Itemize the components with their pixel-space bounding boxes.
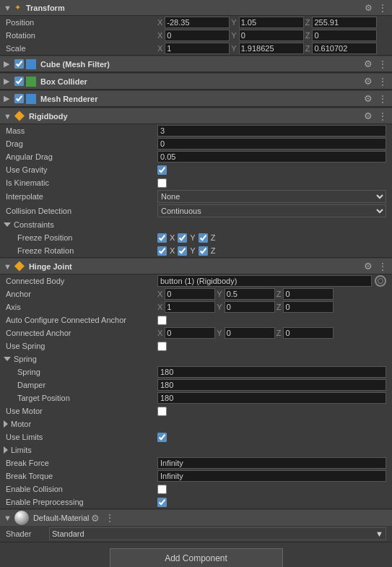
anchor-y-input[interactable] (225, 288, 275, 300)
drag-input[interactable] (157, 138, 386, 150)
hinge-joint-settings-icon[interactable]: ⚙ (362, 261, 374, 272)
rotation-y-input[interactable] (239, 30, 304, 41)
mesh-renderer-menu-icon[interactable]: ⋮ (377, 93, 388, 105)
use-motor-checkbox[interactable] (157, 407, 167, 416)
freeze-pos-y[interactable] (178, 233, 187, 243)
hinge-joint-menu-icon[interactable]: ⋮ (377, 261, 388, 272)
scale-y-label: Y (231, 44, 236, 53)
rotation-x-input[interactable] (165, 30, 230, 41)
is-kinematic-checkbox[interactable] (157, 178, 167, 188)
use-limits-checkbox[interactable] (157, 433, 167, 442)
interpolate-select[interactable]: None Interpolate Extrapolate (157, 190, 386, 203)
transform-menu-icon[interactable]: ⋮ (377, 2, 388, 14)
rotation-label: Rotation (6, 31, 157, 40)
transform-component: ▼ ✦ Transform ⚙ ⋮ Position X Y Z Rotatio… (0, 0, 392, 56)
transform-title: Transform (26, 4, 362, 12)
break-torque-input[interactable] (157, 470, 386, 482)
rigidbody-component: ▼ Rigidbody ⚙ ⋮ Mass Drag Angular Drag (0, 108, 392, 258)
axis-z-input[interactable] (283, 301, 334, 313)
break-torque-row: Break Torque (0, 469, 392, 482)
freeze-pos-x[interactable] (157, 233, 167, 243)
scale-y-input[interactable] (239, 43, 304, 54)
enable-preprocessing-row: Enable Preprocessing (0, 495, 392, 508)
mesh-renderer-triangle[interactable]: ▶ (4, 94, 9, 103)
mesh-filter-settings-icon[interactable]: ⚙ (362, 59, 374, 70)
box-collider-settings-icon[interactable]: ⚙ (362, 76, 374, 87)
freeze-rot-y[interactable] (178, 246, 187, 256)
mesh-filter-triangle[interactable]: ▶ (4, 59, 9, 69)
auto-configure-checkbox[interactable] (157, 316, 167, 325)
add-component-button[interactable]: Add Component (110, 548, 283, 567)
freeze-rot-z[interactable] (199, 246, 208, 256)
connected-body-target-icon[interactable] (375, 275, 386, 287)
spring-input[interactable] (157, 366, 386, 378)
anchor-z-input[interactable] (283, 288, 334, 300)
material-component: ▼ Default-Material ⚙ ⋮ Shader Standard ▼ (0, 510, 392, 542)
axis-y-input[interactable] (225, 301, 275, 313)
rotation-x-label: X (157, 31, 162, 40)
box-collider-header: ▶ Box Collider ⚙ ⋮ (0, 74, 392, 90)
connected-anchor-y-input[interactable] (225, 327, 275, 339)
hinge-joint-triangle[interactable]: ▼ (4, 262, 12, 271)
angular-drag-row: Angular Drag (0, 150, 392, 163)
limits-triangle[interactable] (4, 446, 8, 454)
use-spring-label: Use Spring (6, 342, 157, 350)
break-force-input[interactable] (157, 457, 386, 469)
scale-x-input[interactable] (165, 43, 230, 54)
mesh-filter-enabled[interactable] (14, 59, 24, 69)
box-collider-menu-icon[interactable]: ⋮ (377, 76, 388, 87)
scale-z-input[interactable] (312, 43, 377, 54)
hinge-joint-header: ▼ Hinge Joint ⚙ ⋮ (0, 259, 392, 274)
rotation-y-label: Y (231, 31, 236, 40)
material-settings-icon[interactable]: ⚙ (90, 512, 101, 524)
break-force-row: Break Force (0, 456, 392, 469)
rigidbody-triangle[interactable]: ▼ (4, 112, 12, 121)
position-label: Position (6, 18, 157, 27)
target-position-label: Target Position (6, 394, 157, 402)
collision-detection-label: Collision Detection (6, 207, 157, 215)
anchor-x-input[interactable] (165, 288, 215, 300)
mesh-filter-menu-icon[interactable]: ⋮ (377, 59, 388, 70)
rigidbody-settings-icon[interactable]: ⚙ (362, 111, 374, 122)
transform-settings-icon[interactable]: ⚙ (362, 2, 374, 14)
enable-collision-checkbox[interactable] (157, 485, 167, 494)
material-header: ▼ Default-Material ⚙ ⋮ (0, 510, 392, 526)
spring-triangle[interactable] (4, 357, 11, 361)
position-x-input[interactable] (165, 17, 230, 28)
position-y-input[interactable] (239, 17, 304, 28)
damper-input[interactable] (157, 379, 386, 391)
box-collider-enabled[interactable] (14, 77, 24, 86)
target-position-input[interactable] (157, 392, 386, 404)
connected-anchor-x-input[interactable] (165, 327, 215, 339)
mass-input[interactable] (157, 125, 386, 137)
mesh-renderer-settings-icon[interactable]: ⚙ (362, 93, 374, 105)
rigidbody-menu-icon[interactable]: ⋮ (377, 111, 388, 122)
use-spring-checkbox[interactable] (157, 342, 167, 351)
use-motor-label: Use Motor (6, 407, 157, 415)
freeze-pos-z[interactable] (199, 233, 208, 243)
limits-section-label: Limits (11, 446, 32, 454)
rotation-z-input[interactable] (312, 30, 377, 41)
freeze-rot-x[interactable] (157, 246, 167, 256)
scale-x-label: X (157, 44, 162, 53)
interpolate-label: Interpolate (6, 192, 157, 201)
position-z-input[interactable] (312, 17, 377, 28)
collision-detection-select[interactable]: Discrete Continuous Continuous Dynamic (157, 204, 386, 217)
drag-label: Drag (6, 139, 157, 148)
motor-section-label: Motor (11, 420, 31, 428)
position-z-label: Z (305, 18, 310, 27)
material-triangle[interactable]: ▼ (4, 514, 12, 522)
use-gravity-checkbox[interactable] (157, 165, 167, 175)
motor-triangle[interactable] (4, 420, 8, 428)
enable-preprocessing-checkbox[interactable] (157, 498, 167, 507)
rigidbody-header: ▼ Rigidbody ⚙ ⋮ (0, 108, 392, 124)
mesh-renderer-enabled[interactable] (14, 94, 24, 103)
constraints-triangle[interactable] (4, 222, 11, 227)
box-collider-triangle[interactable]: ▶ (4, 77, 9, 86)
axis-x-input[interactable] (165, 301, 215, 313)
material-menu-icon[interactable]: ⋮ (104, 512, 116, 524)
connected-anchor-z-input[interactable] (283, 327, 334, 339)
angular-drag-input[interactable] (157, 151, 386, 163)
transform-triangle[interactable]: ▼ (4, 4, 12, 12)
connected-body-value: button (1) (Rigidbody) (157, 275, 372, 287)
